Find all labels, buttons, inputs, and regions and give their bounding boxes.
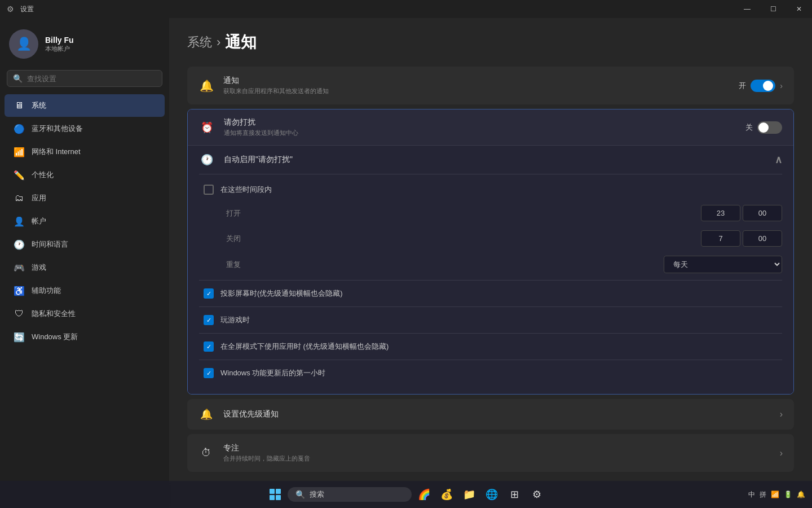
- sidebar-item-accessibility[interactable]: ♿ 辅助功能: [5, 279, 165, 302]
- sidebar-item-label: 蓝牙和其他设备: [32, 124, 83, 134]
- focus-arrow: ›: [780, 448, 783, 458]
- close-hour-field[interactable]: 7: [701, 230, 740, 247]
- sidebar-item-network[interactable]: 📶 网络和 Internet: [5, 141, 165, 163]
- divider-1: [199, 280, 782, 281]
- open-hour-field[interactable]: 23: [701, 205, 740, 221]
- close-time-fields: 7 00: [701, 230, 782, 247]
- repeat-select[interactable]: 每天 工作日 周末: [664, 256, 782, 273]
- time-period-row: 在这些时间段内: [204, 179, 782, 200]
- notifications-chevron[interactable]: ›: [780, 81, 783, 90]
- focus-row[interactable]: ⏱ 专注 合并持续时间，隐藏应上的戛音 ›: [187, 434, 794, 472]
- repeat-label: 重复: [226, 260, 260, 270]
- taskbar-search[interactable]: 🔍 搜索: [288, 487, 412, 502]
- notifications-action: 开 ›: [739, 80, 783, 92]
- open-min-field[interactable]: 00: [743, 205, 782, 221]
- sidebar: 👤 Billy Fu 本地帐户 🔍 🖥 系统 🔵 蓝牙和其他设备 📶 网络: [0, 18, 169, 508]
- sidebar-item-label: 帐户: [32, 216, 46, 226]
- sidebar-item-windows-update[interactable]: 🔄 Windows 更新: [5, 326, 165, 348]
- gaming-checkbox[interactable]: [204, 315, 214, 325]
- taskbar-language[interactable]: 中: [748, 490, 755, 500]
- search-box[interactable]: 🔍: [7, 70, 162, 87]
- sidebar-item-gaming[interactable]: 🎮 游戏: [5, 256, 165, 279]
- apps-icon: 🗂: [14, 192, 25, 204]
- sidebar-item-bluetooth[interactable]: 🔵 蓝牙和其他设备: [5, 117, 165, 140]
- taskbar-wifi-icon[interactable]: 📶: [771, 491, 779, 498]
- taskbar-app-money[interactable]: 💰: [436, 484, 457, 505]
- notification-bell-icon: 🔔: [198, 79, 214, 93]
- maximize-button[interactable]: ☐: [760, 0, 786, 18]
- settings-icon: ⚙: [7, 5, 16, 14]
- divider-3: [199, 333, 782, 334]
- taskbar: 🔍 搜索 🌈 💰 📁 🌐 ⊞ ⚙ 中 拼 📶 🔋 🔔: [0, 481, 812, 508]
- breadcrumb: 系统 › 通知: [187, 32, 794, 53]
- avatar: 👤: [9, 29, 38, 59]
- fullscreen-checkbox[interactable]: [204, 341, 214, 352]
- sidebar-item-label: 游戏: [32, 262, 46, 273]
- notifications-title: 通知: [223, 76, 730, 86]
- search-input[interactable]: [27, 75, 156, 83]
- time-section: 在这些时间段内 打开 23 00 关闭 7: [199, 174, 782, 394]
- sidebar-item-label: 隐私和安全性: [32, 309, 76, 319]
- taskbar-app-rainbow[interactable]: 🌈: [414, 484, 434, 505]
- time-icon: 🕐: [14, 239, 25, 250]
- sidebar-item-apps[interactable]: 🗂 应用: [5, 187, 165, 209]
- priority-row[interactable]: 🔔 设置优先级通知 ›: [187, 399, 794, 430]
- projecting-label: 投影屏幕时(优先级通知横幅也会隐藏): [220, 288, 343, 299]
- priority-title: 设置优先级通知: [223, 409, 771, 419]
- focus-card: ⏱ 专注 合并持续时间，隐藏应上的戛音 ›: [187, 434, 794, 472]
- accessibility-icon: ♿: [14, 285, 25, 296]
- dnd-action: 关: [745, 121, 782, 134]
- repeat-row: 重复 每天 工作日 周末: [199, 251, 782, 278]
- time-period-checkbox[interactable]: [204, 185, 214, 195]
- search-icon: 🔍: [13, 74, 23, 83]
- dnd-toggle[interactable]: [757, 121, 782, 134]
- sidebar-item-personalization[interactable]: ✏️ 个性化: [5, 164, 165, 186]
- taskbar-battery-icon[interactable]: 🔋: [784, 491, 792, 498]
- projecting-checkbox[interactable]: [204, 288, 214, 299]
- accounts-icon: 👤: [14, 216, 25, 227]
- sidebar-item-label: 个性化: [32, 170, 54, 180]
- focus-content: 专注 合并持续时间，隐藏应上的戛音: [223, 443, 771, 463]
- breadcrumb-current: 通知: [225, 32, 257, 53]
- notifications-toggle-label: 开: [739, 81, 746, 91]
- taskbar-app-edge[interactable]: 🌐: [482, 484, 502, 505]
- taskbar-app-settings[interactable]: ⚙: [527, 484, 547, 505]
- sidebar-item-privacy[interactable]: 🛡 隐私和安全性: [5, 303, 165, 325]
- minimize-button[interactable]: —: [734, 0, 760, 18]
- breadcrumb-separator: ›: [217, 35, 220, 50]
- gaming-icon: 🎮: [14, 262, 25, 273]
- taskbar-app-folder[interactable]: 📁: [459, 484, 479, 505]
- close-time-row: 关闭 7 00: [199, 226, 782, 251]
- sidebar-item-time[interactable]: 🕐 时间和语言: [5, 233, 165, 256]
- notifications-content: 通知 获取来自应用程序和其他发送者的通知: [223, 76, 730, 95]
- dnd-expanded-section: ⏰ 请勿打扰 通知将直接发送到通知中心 关 🕐 自动启用"请勿打扰": [187, 109, 794, 395]
- window-controls: — ☐ ✕: [734, 0, 812, 18]
- open-time-row: 打开 23 00: [199, 200, 782, 226]
- taskbar-search-text: 搜索: [310, 489, 324, 500]
- taskbar-right: 中 拼 📶 🔋 🔔: [748, 490, 805, 500]
- taskbar-app-store[interactable]: ⊞: [504, 484, 524, 505]
- windows-update-checkbox[interactable]: [204, 368, 214, 378]
- user-profile[interactable]: 👤 Billy Fu 本地帐户: [0, 18, 169, 70]
- taskbar-input[interactable]: 拼: [760, 490, 766, 500]
- start-button[interactable]: [265, 484, 285, 505]
- divider-2: [199, 306, 782, 307]
- notifications-card: 🔔 通知 获取来自应用程序和其他发送者的通知 开 ›: [187, 67, 794, 104]
- close-min-field[interactable]: 00: [743, 230, 782, 247]
- notifications-toggle[interactable]: [751, 80, 775, 92]
- windows-update-row: Windows 功能更新后的第一小时: [204, 362, 782, 384]
- sidebar-item-system[interactable]: 🖥 系统: [5, 94, 165, 117]
- system-icon: 🖥: [14, 100, 25, 111]
- close-button[interactable]: ✕: [786, 0, 812, 18]
- taskbar-notification-icon[interactable]: 🔔: [797, 491, 805, 498]
- bluetooth-icon: 🔵: [14, 123, 25, 134]
- nav-list: 🖥 系统 🔵 蓝牙和其他设备 📶 网络和 Internet ✏️ 个性化 🗂 应…: [0, 94, 169, 508]
- auto-dnd-chevron-up[interactable]: ∧: [775, 154, 782, 166]
- personalization-icon: ✏️: [14, 169, 25, 181]
- dnd-toggle-knob: [758, 122, 769, 133]
- sidebar-item-accounts[interactable]: 👤 帐户: [5, 210, 165, 233]
- notifications-row: 🔔 通知 获取来自应用程序和其他发送者的通知 开 ›: [187, 67, 794, 104]
- dnd-header: ⏰ 请勿打扰 通知将直接发送到通知中心 关: [188, 110, 793, 146]
- gaming-label: 玩游戏时: [220, 315, 250, 325]
- priority-icon: 🔔: [198, 408, 214, 421]
